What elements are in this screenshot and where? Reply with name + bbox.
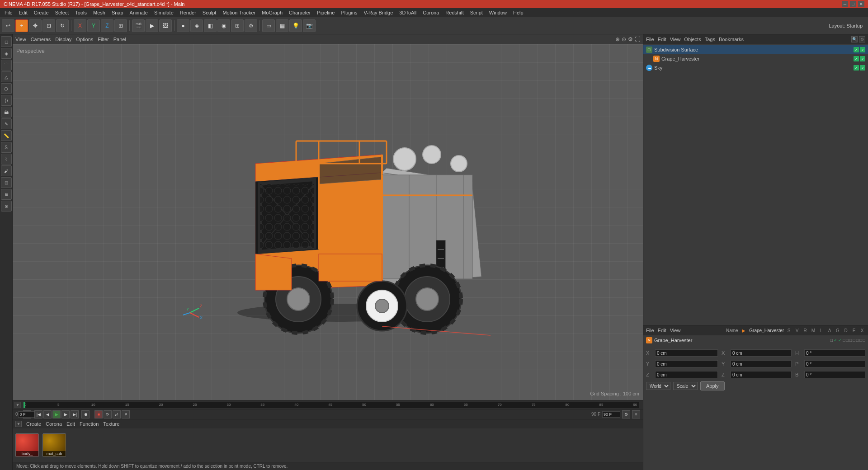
- om-badge-h-visible[interactable]: ✓: [854, 56, 859, 61]
- bounce-btn[interactable]: ⇌: [113, 410, 121, 418]
- ap-item-e[interactable]: □: [859, 338, 862, 343]
- current-frame-input[interactable]: [18, 411, 36, 418]
- undo-button[interactable]: ↩: [2, 19, 14, 32]
- object-mode[interactable]: ◉: [217, 19, 230, 32]
- menu-item-corona[interactable]: Corona: [420, 9, 442, 16]
- menu-item-3dtoall[interactable]: 3DToAll: [396, 9, 419, 16]
- scale-dropdown[interactable]: Scale: [673, 382, 698, 390]
- ap-menu-view[interactable]: View: [670, 328, 681, 333]
- frame-input-field[interactable]: [23, 410, 31, 418]
- go-start-btn[interactable]: |◀: [34, 410, 42, 418]
- om-item-subdivision[interactable]: ⊡ Subdivision Surface ✓ ✓: [643, 45, 868, 54]
- fps-btn[interactable]: P: [122, 410, 130, 418]
- snap-mode[interactable]: S: [1, 142, 12, 153]
- om-menu-file[interactable]: File: [646, 37, 654, 42]
- menu-item-animate[interactable]: Animate: [127, 9, 151, 16]
- coord-h-input[interactable]: [804, 349, 865, 357]
- axis-mode-btn[interactable]: ⊞: [114, 19, 127, 32]
- y-axis-btn[interactable]: Y: [87, 19, 100, 32]
- om-badge-h-render[interactable]: ✓: [860, 56, 865, 61]
- menu-item-sculpt[interactable]: Sculpt: [200, 9, 219, 16]
- om-menu-objects[interactable]: Objects: [684, 37, 701, 42]
- ap-item-l[interactable]: □: [846, 338, 848, 343]
- material-slot-cab[interactable]: mat_cab: [42, 433, 66, 457]
- play-btn[interactable]: ▶: [52, 410, 61, 418]
- frame-end-input[interactable]: [602, 411, 620, 418]
- ap-item-v[interactable]: ✓: [834, 338, 837, 343]
- material-slot-body[interactable]: body_: [15, 433, 39, 457]
- timeline-settings[interactable]: ▼: [14, 402, 21, 408]
- close-button[interactable]: ✕: [858, 1, 864, 7]
- om-settings-icon[interactable]: ⚙: [859, 36, 865, 42]
- lights-btn[interactable]: 💡: [289, 19, 302, 32]
- next-frame-btn[interactable]: ▶: [61, 410, 70, 418]
- menu-item-window[interactable]: Window: [486, 9, 509, 16]
- scale-tool[interactable]: ⊡: [42, 19, 55, 32]
- mat-menu-function[interactable]: Function: [80, 421, 99, 427]
- ap-menu-file[interactable]: File: [646, 328, 654, 333]
- render-settings[interactable]: 🎬: [132, 19, 145, 32]
- menu-item-script[interactable]: Script: [467, 9, 486, 16]
- window-controls[interactable]: ─ □ ✕: [842, 1, 864, 7]
- ap-item-r[interactable]: ✓: [838, 338, 842, 343]
- scene-tool[interactable]: 🏔: [1, 107, 12, 118]
- om-menu-edit[interactable]: Edit: [658, 37, 666, 42]
- ap-menu-edit[interactable]: Edit: [658, 328, 666, 333]
- om-menu-view[interactable]: View: [670, 37, 681, 42]
- measure-tool[interactable]: 📏: [1, 130, 12, 141]
- menu-item-edit[interactable]: Edit: [16, 9, 30, 16]
- menu-item-create[interactable]: Create: [31, 9, 52, 16]
- minimize-button[interactable]: ─: [842, 1, 848, 7]
- coord-x2-input[interactable]: [731, 349, 792, 357]
- om-menu-tags[interactable]: Tags: [705, 37, 715, 42]
- coord-y-input[interactable]: [655, 360, 718, 367]
- sculpt-tool[interactable]: ✎: [1, 118, 12, 129]
- viewport-icon-move[interactable]: ⊕: [615, 36, 620, 42]
- menu-item-simulate[interactable]: Simulate: [151, 9, 176, 16]
- menu-item-file[interactable]: File: [2, 9, 15, 16]
- om-badge-render[interactable]: ✓: [860, 47, 865, 52]
- ap-item-m[interactable]: □: [843, 338, 845, 343]
- coord-z2-input[interactable]: [731, 371, 792, 378]
- z-axis-btn[interactable]: Z: [101, 19, 113, 32]
- menu-item-select[interactable]: Select: [52, 9, 72, 16]
- cam-btn[interactable]: 📷: [303, 19, 316, 32]
- hair-tool[interactable]: ≋: [1, 189, 12, 200]
- menu-item-v-ray-bridge[interactable]: V-Ray Bridge: [361, 9, 396, 16]
- menu-item-render[interactable]: Render: [177, 9, 199, 16]
- render-active[interactable]: ▶: [146, 19, 158, 32]
- brush-tool[interactable]: ⌇: [1, 154, 12, 164]
- go-end-btn[interactable]: ▶|: [71, 410, 79, 418]
- menu-item-mesh[interactable]: Mesh: [90, 9, 108, 16]
- ap-item-d[interactable]: □: [856, 338, 859, 343]
- mat-panel-toggle[interactable]: ▼: [15, 421, 22, 427]
- om-badge-visible[interactable]: ✓: [854, 47, 859, 52]
- polygons-mode[interactable]: ◧: [204, 19, 217, 32]
- spline-tool[interactable]: ⌒: [1, 60, 12, 70]
- menu-item-help[interactable]: Help: [510, 9, 526, 16]
- menu-item-pipeline[interactable]: Pipeline: [314, 9, 337, 16]
- coord-z-input[interactable]: [655, 371, 718, 378]
- coord-p-input[interactable]: [804, 360, 865, 367]
- nurbs-tool[interactable]: ⬡: [1, 83, 12, 94]
- coord-y2-input[interactable]: [731, 360, 792, 367]
- paint-tool[interactable]: 🖌: [1, 165, 12, 176]
- rotate-tool[interactable]: ↻: [56, 19, 69, 32]
- coord-b-input[interactable]: [804, 371, 865, 378]
- om-badge-s-render[interactable]: ✓: [860, 65, 865, 70]
- primitive-tool[interactable]: △: [1, 71, 12, 82]
- snap2-btn[interactable]: ⚙: [245, 19, 257, 32]
- viewport-menu-cameras[interactable]: Cameras: [31, 37, 51, 42]
- om-badge-s-visible[interactable]: ✓: [854, 65, 859, 70]
- snap-btn[interactable]: ⊞: [231, 19, 244, 32]
- menu-item-snap[interactable]: Snap: [109, 9, 126, 16]
- coord-x-input[interactable]: [655, 349, 718, 357]
- loop-btn[interactable]: ⟳: [104, 410, 112, 418]
- ap-item-g[interactable]: □: [853, 338, 855, 343]
- viewport-menu-panel[interactable]: Panel: [113, 37, 126, 42]
- mesh-tool[interactable]: ◈: [1, 48, 12, 59]
- om-menu-bookmarks[interactable]: Bookmarks: [719, 37, 744, 42]
- menu-item-tools[interactable]: Tools: [72, 9, 90, 16]
- floor-btn[interactable]: ▭: [262, 19, 275, 32]
- world-dropdown[interactable]: World: [646, 382, 670, 390]
